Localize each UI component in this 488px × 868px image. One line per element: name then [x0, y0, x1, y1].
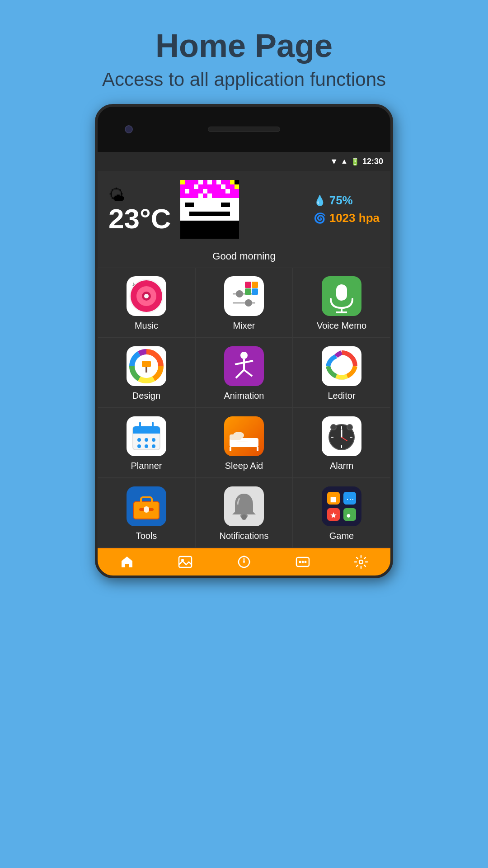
weather-condition-icon: 🌤: [108, 186, 125, 205]
svg-rect-66: [185, 203, 189, 207]
tools-app-label: Tools: [136, 531, 157, 541]
svg-rect-59: [212, 198, 216, 203]
animation-app-label: Animation: [224, 391, 264, 401]
svg-rect-5: [203, 180, 207, 184]
weather-widget: 🌤 23°C: [98, 171, 390, 248]
app-cell-animation[interactable]: Animation: [195, 338, 293, 408]
time-display: 12:30: [362, 157, 383, 166]
leditor-app-label: Leditor: [328, 391, 355, 401]
svg-rect-17: [198, 184, 203, 189]
notifications-app-icon: [224, 486, 264, 526]
alarm-app-icon: [322, 416, 361, 456]
svg-rect-91: [180, 212, 185, 216]
app-cell-mixer[interactable]: Mixer: [195, 268, 293, 338]
svg-rect-64: [235, 198, 239, 203]
game-app-label: Game: [329, 531, 354, 541]
nav-home[interactable]: [120, 555, 134, 569]
app-cell-design[interactable]: Design: [98, 338, 195, 408]
notifications-app-label: Notifications: [220, 531, 269, 541]
svg-rect-78: [180, 207, 185, 212]
svg-text:●: ●: [346, 511, 351, 520]
svg-point-178: [233, 432, 244, 439]
design-app-icon: [127, 346, 166, 386]
svg-rect-97: [207, 212, 212, 216]
svg-rect-42: [194, 193, 198, 198]
svg-rect-88: [225, 207, 230, 212]
mixer-app-label: Mixer: [233, 321, 255, 331]
nav-more[interactable]: [296, 555, 310, 569]
svg-rect-75: [225, 203, 230, 207]
svg-point-139: [236, 290, 243, 297]
svg-rect-115: [230, 216, 235, 221]
planner-app-label: Planner: [131, 461, 162, 471]
app-cell-tools[interactable]: Tools: [98, 478, 195, 548]
svg-rect-85: [212, 207, 216, 212]
svg-point-174: [152, 444, 155, 448]
svg-rect-100: [221, 212, 225, 216]
voice-memo-app-icon: [322, 276, 361, 316]
svg-rect-44: [203, 193, 207, 198]
app-cell-leditor[interactable]: Leditor: [293, 338, 390, 408]
svg-rect-38: [235, 189, 239, 193]
speaker: [208, 127, 280, 132]
svg-rect-114: [225, 216, 230, 221]
svg-rect-128: [230, 221, 235, 225]
svg-rect-48: [221, 193, 225, 198]
wifi-icon: ▼: [330, 157, 338, 166]
svg-rect-86: [216, 207, 221, 212]
svg-rect-60: [216, 198, 221, 203]
svg-rect-94: [194, 212, 198, 216]
nav-effects[interactable]: [237, 555, 251, 569]
svg-rect-30: [198, 189, 203, 193]
svg-rect-122: [203, 221, 207, 225]
svg-rect-47: [216, 193, 221, 198]
music-app-icon: ♪: [127, 276, 166, 316]
leditor-app-icon: [322, 346, 361, 386]
status-icons: ▼ ▲ 🔋 12:30: [330, 157, 383, 166]
app-cell-music[interactable]: ♪ Music: [98, 268, 195, 338]
svg-point-198: [241, 514, 247, 520]
svg-point-221: [359, 560, 363, 564]
svg-rect-103: [235, 212, 239, 216]
svg-point-216: [243, 561, 245, 563]
svg-rect-15: [189, 184, 194, 189]
app-cell-game[interactable]: ◼ ⋯ ★ ● Game: [293, 478, 390, 548]
svg-rect-23: [225, 184, 230, 189]
svg-rect-108: [198, 216, 203, 221]
svg-rect-79: [185, 207, 189, 212]
svg-rect-53: [185, 198, 189, 203]
svg-rect-73: [216, 203, 221, 207]
svg-point-220: [304, 561, 306, 563]
svg-rect-9: [221, 180, 225, 184]
app-cell-planner[interactable]: Planner: [98, 408, 195, 478]
svg-rect-102: [230, 212, 235, 216]
alarm-app-label: Alarm: [330, 461, 353, 471]
svg-rect-76: [230, 203, 235, 207]
svg-rect-2: [189, 180, 194, 184]
app-cell-voice-memo[interactable]: Voice Memo: [293, 268, 390, 338]
svg-rect-92: [185, 212, 189, 216]
svg-rect-67: [189, 203, 194, 207]
app-cell-sleep-aid[interactable]: Sleep Aid: [195, 408, 293, 478]
svg-rect-195: [144, 506, 149, 513]
app-cell-notifications[interactable]: Notifications: [195, 478, 293, 548]
pressure-value: 1023 hpa: [329, 211, 380, 225]
nav-gallery[interactable]: [178, 555, 192, 569]
svg-rect-105: [185, 216, 189, 221]
svg-point-173: [145, 444, 148, 448]
svg-rect-40: [185, 193, 189, 198]
svg-rect-8: [216, 180, 221, 184]
phone-top-bezel: [98, 107, 390, 152]
svg-rect-125: [216, 221, 221, 225]
svg-rect-43: [198, 193, 203, 198]
svg-rect-123: [207, 221, 212, 225]
design-app-label: Design: [132, 391, 160, 401]
svg-point-162: [335, 360, 348, 373]
svg-point-169: [137, 438, 141, 442]
nav-settings[interactable]: [354, 555, 368, 569]
svg-rect-101: [225, 212, 230, 216]
svg-rect-89: [230, 207, 235, 212]
svg-rect-18: [203, 184, 207, 189]
app-cell-alarm[interactable]: Alarm: [293, 408, 390, 478]
svg-rect-130: [180, 225, 239, 239]
